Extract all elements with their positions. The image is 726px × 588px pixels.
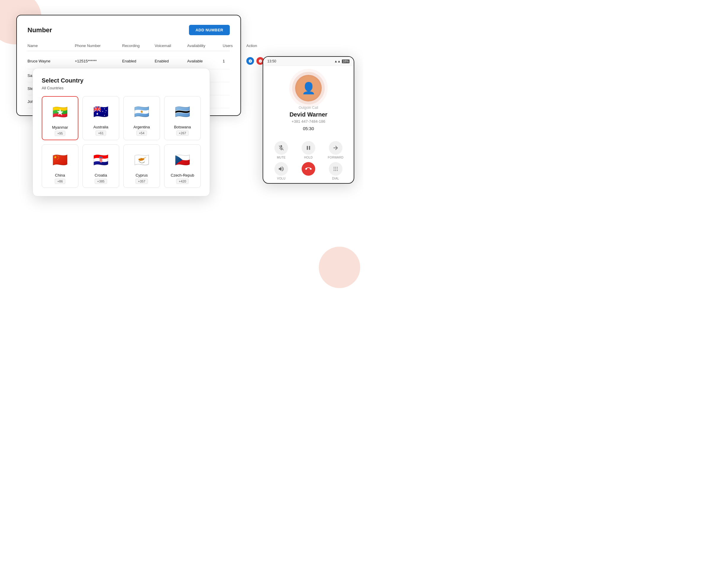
- svg-point-3: [334, 169, 335, 169]
- phone-status-bar: 13:50 ▲▲ 18%: [263, 57, 354, 66]
- country-name-china: China: [55, 173, 65, 177]
- svg-point-6: [334, 170, 335, 171]
- col-voicemail: Voicemail: [155, 43, 187, 48]
- flag-myanmar: 🇲🇲: [50, 102, 70, 122]
- hangup-button[interactable]: [296, 162, 321, 180]
- country-panel-title: Select Country: [42, 77, 201, 84]
- forward-label: FORWARD: [328, 156, 343, 159]
- country-code-myanmar: +95: [55, 131, 66, 136]
- phone-status-icons: ▲▲ 18%: [334, 60, 349, 63]
- country-name-croatia: Croatia: [94, 173, 107, 177]
- signal-icon: ▲▲: [334, 60, 341, 63]
- forward-icon: [329, 141, 342, 155]
- cell-users: 1: [223, 59, 246, 63]
- volume-icon: [274, 162, 288, 176]
- country-code-china: +86: [55, 178, 66, 184]
- caller-number: +381 447-7484-186: [292, 119, 325, 124]
- mute-button[interactable]: MUTE: [269, 141, 293, 159]
- flag-czech: 🇨🇿: [172, 149, 193, 170]
- dial-button[interactable]: DIAL: [323, 162, 348, 180]
- country-code-czech: +420: [176, 178, 189, 184]
- hold-label: HOLD: [304, 156, 313, 159]
- edit-button[interactable]: [246, 57, 254, 65]
- country-card-czech[interactable]: 🇨🇿 Czech-Repub +420: [164, 144, 201, 188]
- avatar-icon: 👤: [302, 82, 316, 94]
- decorative-circle-bottom: [319, 247, 360, 288]
- col-recording: Recording: [122, 43, 155, 48]
- flag-cyprus: 🇨🇾: [131, 149, 152, 170]
- volume-label: VOLU: [277, 177, 285, 180]
- caller-name: Devid Warner: [290, 111, 327, 118]
- cell-availability: Available: [187, 59, 223, 63]
- phone-time: 13:50: [267, 59, 276, 63]
- svg-point-1: [335, 167, 336, 168]
- mute-icon: [274, 141, 288, 155]
- col-users: Users: [223, 43, 246, 48]
- col-action: Action: [246, 43, 273, 48]
- flag-croatia: 🇭🇷: [90, 149, 111, 170]
- table-header: Name Phone Number Recording Voicemail Av…: [27, 43, 230, 51]
- country-name-australia: Australia: [93, 125, 109, 129]
- call-actions-row2: VOLU DIAL: [263, 159, 354, 180]
- country-name-botswana: Botswana: [174, 125, 191, 129]
- country-filter-label[interactable]: All Countries: [42, 86, 201, 90]
- col-name: Name: [27, 43, 75, 48]
- hold-icon: [302, 141, 315, 155]
- table-row: Bruce Wayne +12515****** Enabled Enabled…: [27, 53, 230, 69]
- col-availability: Availability: [187, 43, 223, 48]
- outgoing-label: Outgoin Call: [299, 106, 318, 110]
- country-grid: 🇲🇲 Myanmar +95 🇦🇺 Australia +61 🇦🇷 Argen…: [42, 96, 201, 188]
- hold-button[interactable]: HOLD: [296, 141, 321, 159]
- flag-australia: 🇦🇺: [90, 101, 111, 122]
- call-actions-row1: MUTE HOLD FORWARD: [263, 138, 354, 159]
- hangup-icon: [302, 162, 315, 176]
- call-avatar-area: 👤 Outgoin Call Devid Warner +381 447-748…: [263, 66, 354, 138]
- country-card-argentina[interactable]: 🇦🇷 Argentina +54: [123, 96, 160, 140]
- country-name-argentina: Argentina: [133, 125, 150, 129]
- country-code-botswana: +267: [176, 130, 189, 136]
- country-code-argentina: +54: [136, 130, 147, 136]
- country-name-cyprus: Cyprus: [135, 173, 148, 177]
- country-code-cyprus: +357: [135, 178, 148, 184]
- battery-icon: 18%: [342, 60, 349, 63]
- cell-voicemail: Enabled: [155, 59, 187, 63]
- country-code-australia: +61: [95, 130, 106, 136]
- number-panel-header: Number ADD NUMBER: [27, 25, 230, 35]
- svg-point-7: [335, 170, 336, 171]
- svg-point-4: [335, 169, 336, 169]
- dial-label: DIAL: [332, 177, 339, 180]
- country-card-china[interactable]: 🇨🇳 China +86: [42, 144, 78, 188]
- svg-point-8: [337, 170, 338, 171]
- country-name-czech: Czech-Repub: [171, 173, 194, 177]
- country-name-myanmar: Myanmar: [52, 125, 68, 129]
- flag-botswana: 🇧🇼: [172, 101, 193, 122]
- forward-button[interactable]: FORWARD: [323, 141, 348, 159]
- svg-point-5: [337, 169, 338, 169]
- country-card-myanmar[interactable]: 🇲🇲 Myanmar +95: [42, 96, 78, 140]
- country-card-cyprus[interactable]: 🇨🇾 Cyprus +357: [123, 144, 160, 188]
- country-card-croatia[interactable]: 🇭🇷 Croatia +385: [83, 144, 119, 188]
- add-number-button[interactable]: ADD NUMBER: [189, 25, 230, 35]
- svg-point-2: [337, 167, 338, 168]
- mute-label: MUTE: [277, 156, 286, 159]
- country-panel: Select Country All Countries 🇲🇲 Myanmar …: [33, 68, 210, 196]
- flag-argentina: 🇦🇷: [131, 101, 152, 122]
- phone-panel: 13:50 ▲▲ 18% 👤 Outgoin Call Devid Warner…: [263, 56, 354, 184]
- page-title: Number: [27, 26, 52, 34]
- country-card-botswana[interactable]: 🇧🇼 Botswana +267: [164, 96, 201, 140]
- country-card-australia[interactable]: 🇦🇺 Australia +61: [83, 96, 119, 140]
- caller-avatar: 👤: [295, 75, 322, 102]
- cell-recording: Enabled: [122, 59, 155, 63]
- call-timer: 05:30: [303, 126, 314, 131]
- flag-china: 🇨🇳: [50, 149, 70, 170]
- volume-button[interactable]: VOLU: [269, 162, 293, 180]
- cell-phone: +12515******: [75, 59, 122, 63]
- cell-name: Bruce Wayne: [27, 59, 75, 63]
- dial-icon: [329, 162, 342, 176]
- country-code-croatia: +385: [94, 178, 107, 184]
- svg-point-0: [334, 167, 335, 168]
- col-phone: Phone Number: [75, 43, 122, 48]
